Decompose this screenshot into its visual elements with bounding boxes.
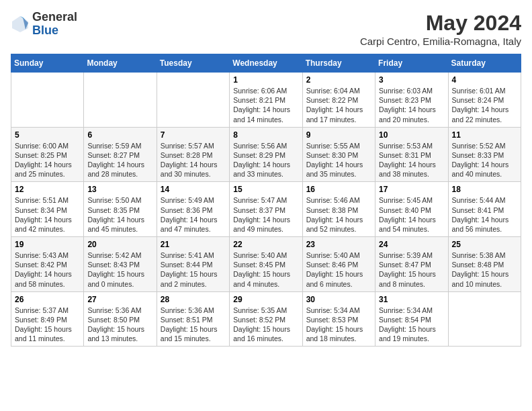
day-number: 21 (161, 240, 226, 249)
calendar-week-row: 19Sunrise: 5:43 AMSunset: 8:42 PMDayligh… (11, 237, 521, 292)
cell-content: Sunrise: 6:01 AMSunset: 8:24 PMDaylight:… (452, 86, 517, 124)
day-number: 17 (379, 185, 444, 194)
cell-content: Sunrise: 5:44 AMSunset: 8:41 PMDaylight:… (452, 195, 517, 234)
day-number: 26 (15, 295, 80, 304)
calendar-cell: 18Sunrise: 5:44 AMSunset: 8:41 PMDayligh… (448, 182, 521, 237)
cell-content: Sunrise: 5:42 AMSunset: 8:43 PMDaylight:… (87, 250, 152, 289)
cell-content: Sunrise: 5:47 AMSunset: 8:37 PMDaylight:… (233, 195, 298, 234)
cell-content: Sunrise: 5:36 AMSunset: 8:51 PMDaylight:… (161, 306, 226, 344)
calendar-cell: 23Sunrise: 5:40 AMSunset: 8:46 PMDayligh… (302, 237, 375, 292)
day-number: 13 (87, 185, 152, 194)
day-number: 27 (87, 295, 152, 304)
day-number: 4 (452, 75, 517, 85)
day-number: 16 (306, 185, 371, 194)
logo-text: General Blue (32, 11, 77, 38)
day-number: 6 (87, 130, 152, 140)
logo-general-text: General (32, 11, 77, 24)
calendar-cell: 9Sunrise: 5:55 AMSunset: 8:30 PMDaylight… (302, 127, 375, 182)
day-number: 9 (306, 130, 371, 140)
calendar-header: SundayMondayTuesdayWednesdayThursdayFrid… (11, 54, 521, 73)
cell-content: Sunrise: 6:03 AMSunset: 8:23 PMDaylight:… (379, 86, 444, 124)
cell-content: Sunrise: 5:34 AMSunset: 8:53 PMDaylight:… (306, 306, 371, 344)
calendar-cell: 17Sunrise: 5:45 AMSunset: 8:40 PMDayligh… (375, 182, 448, 237)
cell-content: Sunrise: 5:45 AMSunset: 8:40 PMDaylight:… (379, 195, 444, 234)
cell-content: Sunrise: 5:38 AMSunset: 8:48 PMDaylight:… (452, 250, 517, 289)
cell-content: Sunrise: 5:52 AMSunset: 8:33 PMDaylight:… (452, 141, 517, 179)
calendar-cell: 20Sunrise: 5:42 AMSunset: 8:43 PMDayligh… (84, 237, 157, 292)
calendar-cell: 3Sunrise: 6:03 AMSunset: 8:23 PMDaylight… (375, 73, 448, 128)
cell-content: Sunrise: 5:53 AMSunset: 8:31 PMDaylight:… (379, 141, 444, 179)
weekday-header: Friday (375, 54, 448, 73)
calendar-week-row: 5Sunrise: 6:00 AMSunset: 8:25 PMDaylight… (11, 127, 521, 182)
calendar-cell: 10Sunrise: 5:53 AMSunset: 8:31 PMDayligh… (375, 127, 448, 182)
cell-content: Sunrise: 5:51 AMSunset: 8:34 PMDaylight:… (15, 195, 80, 234)
day-number: 29 (233, 295, 298, 304)
cell-content: Sunrise: 5:40 AMSunset: 8:45 PMDaylight:… (233, 250, 298, 289)
day-number: 30 (306, 295, 371, 304)
weekday-header: Tuesday (157, 54, 229, 73)
logo-blue-text: Blue (32, 24, 77, 38)
cell-content: Sunrise: 5:43 AMSunset: 8:42 PMDaylight:… (15, 250, 80, 289)
title-area: May 2024 Carpi Centro, Emilia-Romagna, I… (360, 11, 521, 47)
day-number: 2 (306, 75, 371, 85)
day-number: 10 (379, 130, 444, 140)
calendar-week-row: 26Sunrise: 5:37 AMSunset: 8:49 PMDayligh… (11, 291, 521, 347)
day-number: 23 (306, 240, 371, 249)
calendar-week-row: 1Sunrise: 6:06 AMSunset: 8:21 PMDaylight… (11, 73, 521, 128)
cell-content: Sunrise: 5:59 AMSunset: 8:27 PMDaylight:… (87, 141, 152, 179)
weekday-header: Thursday (302, 54, 375, 73)
calendar-cell: 7Sunrise: 5:57 AMSunset: 8:28 PMDaylight… (157, 127, 229, 182)
day-number: 31 (379, 295, 444, 304)
weekday-header: Sunday (11, 54, 84, 73)
cell-content: Sunrise: 5:34 AMSunset: 8:54 PMDaylight:… (379, 306, 444, 344)
cell-content: Sunrise: 5:49 AMSunset: 8:36 PMDaylight:… (161, 195, 226, 234)
calendar-cell: 31Sunrise: 5:34 AMSunset: 8:54 PMDayligh… (375, 291, 448, 347)
calendar-week-row: 12Sunrise: 5:51 AMSunset: 8:34 PMDayligh… (11, 182, 521, 237)
calendar-cell: 12Sunrise: 5:51 AMSunset: 8:34 PMDayligh… (11, 182, 84, 237)
calendar-cell (84, 73, 157, 128)
logo: General Blue (11, 11, 77, 38)
day-number: 25 (452, 240, 517, 249)
calendar-cell: 5Sunrise: 6:00 AMSunset: 8:25 PMDaylight… (11, 127, 84, 182)
calendar-cell: 1Sunrise: 6:06 AMSunset: 8:21 PMDaylight… (230, 73, 302, 128)
cell-content: Sunrise: 5:46 AMSunset: 8:38 PMDaylight:… (306, 195, 371, 234)
day-number: 24 (379, 240, 444, 249)
day-number: 1 (233, 75, 298, 85)
cell-content: Sunrise: 6:06 AMSunset: 8:21 PMDaylight:… (233, 86, 298, 124)
day-number: 14 (161, 185, 226, 194)
calendar-cell: 15Sunrise: 5:47 AMSunset: 8:37 PMDayligh… (230, 182, 302, 237)
cell-content: Sunrise: 5:36 AMSunset: 8:50 PMDaylight:… (87, 306, 152, 344)
calendar-cell: 4Sunrise: 6:01 AMSunset: 8:24 PMDaylight… (448, 73, 521, 128)
calendar-cell: 6Sunrise: 5:59 AMSunset: 8:27 PMDaylight… (84, 127, 157, 182)
day-number: 20 (87, 240, 152, 249)
calendar-cell (11, 73, 84, 128)
calendar-cell: 13Sunrise: 5:50 AMSunset: 8:35 PMDayligh… (84, 182, 157, 237)
calendar-cell (448, 291, 521, 347)
day-number: 7 (161, 130, 226, 140)
day-number: 12 (15, 185, 80, 194)
cell-content: Sunrise: 5:50 AMSunset: 8:35 PMDaylight:… (87, 195, 152, 234)
calendar-cell: 26Sunrise: 5:37 AMSunset: 8:49 PMDayligh… (11, 291, 84, 347)
calendar-cell: 27Sunrise: 5:36 AMSunset: 8:50 PMDayligh… (84, 291, 157, 347)
day-number: 5 (15, 130, 80, 140)
calendar-cell: 14Sunrise: 5:49 AMSunset: 8:36 PMDayligh… (157, 182, 229, 237)
cell-content: Sunrise: 5:39 AMSunset: 8:47 PMDaylight:… (379, 250, 444, 289)
calendar-cell: 21Sunrise: 5:41 AMSunset: 8:44 PMDayligh… (157, 237, 229, 292)
calendar-cell: 19Sunrise: 5:43 AMSunset: 8:42 PMDayligh… (11, 237, 84, 292)
location-subtitle: Carpi Centro, Emilia-Romagna, Italy (360, 36, 521, 47)
day-number: 11 (452, 130, 517, 140)
cell-content: Sunrise: 5:41 AMSunset: 8:44 PMDaylight:… (161, 250, 226, 289)
cell-content: Sunrise: 6:04 AMSunset: 8:22 PMDaylight:… (306, 86, 371, 124)
day-number: 3 (379, 75, 444, 85)
weekday-header: Saturday (448, 54, 521, 73)
calendar-cell: 24Sunrise: 5:39 AMSunset: 8:47 PMDayligh… (375, 237, 448, 292)
day-number: 22 (233, 240, 298, 249)
calendar-cell: 22Sunrise: 5:40 AMSunset: 8:45 PMDayligh… (230, 237, 302, 292)
day-number: 19 (15, 240, 80, 249)
day-number: 28 (161, 295, 226, 304)
cell-content: Sunrise: 5:55 AMSunset: 8:30 PMDaylight:… (306, 141, 371, 179)
calendar-cell: 8Sunrise: 5:56 AMSunset: 8:29 PMDaylight… (230, 127, 302, 182)
calendar-cell: 29Sunrise: 5:35 AMSunset: 8:52 PMDayligh… (230, 291, 302, 347)
cell-content: Sunrise: 6:00 AMSunset: 8:25 PMDaylight:… (15, 141, 80, 179)
day-number: 15 (233, 185, 298, 194)
